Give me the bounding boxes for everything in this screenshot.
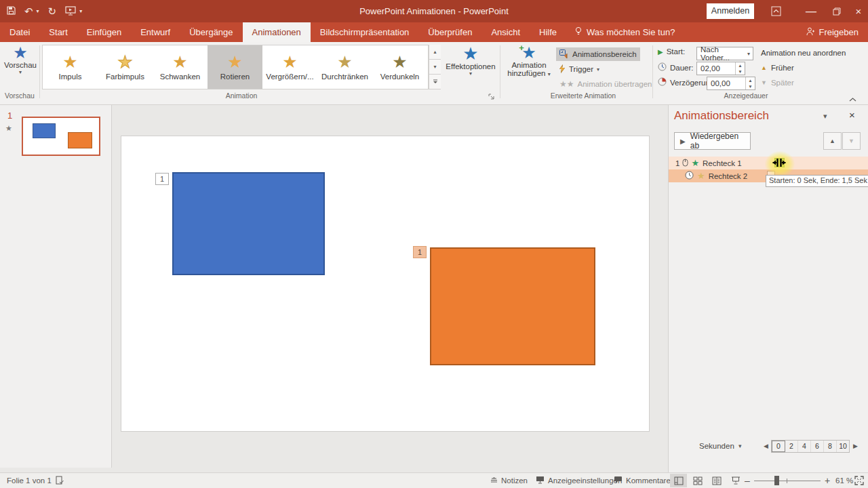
mouse-click-icon <box>682 159 688 168</box>
tell-me-box[interactable]: Was möchten Sie tun? <box>566 22 683 42</box>
animation-dialog-launcher-icon[interactable] <box>488 91 495 103</box>
zoom-level[interactable]: 61 % <box>835 473 853 488</box>
duration-value: 02,00 <box>697 64 735 73</box>
tab-ansicht[interactable]: Ansicht <box>481 22 530 42</box>
trigger-dropdown-icon: ▾ <box>597 66 599 73</box>
durchtraenken-star-icon: ★ <box>337 54 352 70</box>
share-button[interactable]: Freigeben <box>797 22 868 42</box>
move-up-button[interactable]: ▲ <box>823 132 842 150</box>
tab-hilfe[interactable]: Hilfe <box>530 22 566 42</box>
tab-entwurf[interactable]: Entwurf <box>131 22 180 42</box>
spellcheck-icon[interactable] <box>56 473 64 488</box>
blue-animation-badge[interactable]: 1 <box>155 173 169 185</box>
start-dropdown[interactable]: Nach Vorher... ▾ <box>696 47 753 60</box>
blue-rectangle-shape[interactable] <box>172 172 325 275</box>
copy-animation-stars-icon: ★★ <box>559 80 574 88</box>
effect-schwanken[interactable]: ★Schwanken <box>153 45 208 89</box>
powerpoint-window: ↶ ▾ ↻ ▾ PowerPoint Animationen - PowerPo… <box>0 0 868 488</box>
minimize-button[interactable]: — <box>800 0 822 22</box>
reading-view-button[interactable] <box>708 474 725 487</box>
effect-options-button[interactable]: ★ Effektoptionen ▾ <box>443 45 498 77</box>
status-bar: Folie 1 von 1 Notizen Anzeigeeinstellung… <box>0 472 868 488</box>
trigger-label: Trigger <box>569 65 593 73</box>
orange-animation-badge[interactable]: 1 <box>413 246 427 258</box>
group-separator <box>39 45 40 98</box>
scale-right-icon[interactable]: ▶ <box>853 443 858 449</box>
effect-vergroessern[interactable]: ★Vergrößern/... <box>262 45 317 89</box>
tab-datei[interactable]: Datei <box>0 22 39 42</box>
effect-verdunkeln[interactable]: ★Verdunkeln <box>372 45 427 89</box>
effect-durchtraenken[interactable]: ★Durchtränken <box>317 45 372 89</box>
duration-spin-buttons[interactable]: ▲▼ <box>735 62 745 75</box>
delay-spinner[interactable]: 00,00 ▲▼ <box>707 77 755 90</box>
row1-green-star-icon: ★ <box>691 159 699 167</box>
gallery-scroll-down-icon[interactable]: ▾ <box>429 60 441 75</box>
pane-menu-icon[interactable]: ▾ <box>823 112 827 121</box>
sign-in-button[interactable]: Anmelden <box>707 3 754 19</box>
seconds-dropdown-icon[interactable]: ▾ <box>738 443 742 449</box>
normal-view-button[interactable] <box>670 474 687 487</box>
scale-left-icon[interactable]: ◀ <box>764 443 768 449</box>
spin-down-icon: ▼ <box>746 83 755 89</box>
close-button[interactable]: × <box>848 0 868 22</box>
plus-icon: + <box>519 43 524 53</box>
effect-farbimpuls[interactable]: ★Farbimpuls <box>98 45 153 89</box>
collapse-ribbon-icon[interactable] <box>849 93 856 105</box>
effect-options-star-icon: ★ <box>462 45 478 62</box>
move-earlier-button[interactable]: ▲ Früher <box>761 64 794 72</box>
horizontal-resize-cursor-icon <box>772 157 787 171</box>
slide-canvas-area: 1 1 <box>112 105 668 472</box>
zoom-in-button[interactable]: + <box>825 473 830 488</box>
tab-animationen[interactable]: Animationen <box>243 22 311 42</box>
share-label: Freigeben <box>818 27 859 37</box>
ribbon-display-options-icon[interactable] <box>765 0 787 22</box>
slideshow-view-button[interactable] <box>727 474 744 487</box>
lightbulb-icon <box>574 26 583 38</box>
trigger-button[interactable]: Trigger ▾ <box>556 62 603 76</box>
slide-thumbnail[interactable] <box>22 117 100 156</box>
animation-pane-button[interactable]: Animationsbereich <box>556 47 640 61</box>
duration-spinner[interactable]: 02,00 ▲▼ <box>696 62 745 75</box>
restore-button[interactable] <box>826 0 848 22</box>
tab-bildschirmpraesentation[interactable]: Bildschirmpräsentation <box>311 22 419 42</box>
animation-indicator-star-icon[interactable]: ★ <box>5 124 12 133</box>
zoom-slider-thumb[interactable] <box>774 476 779 485</box>
effect-rotieren-selected[interactable]: ★Rotieren <box>208 45 262 89</box>
play-from-label: Wiedergeben ab <box>690 131 745 150</box>
seconds-label[interactable]: Sekunden <box>699 442 734 450</box>
preview-button[interactable]: ★ Vorschau ▾ <box>1 45 39 75</box>
scale-tick: 4 <box>798 441 811 452</box>
tab-ueberpruefen[interactable]: Überprüfen <box>418 22 481 42</box>
pane-close-icon[interactable]: × <box>849 109 855 121</box>
slide-number: 1 <box>7 110 12 121</box>
slide-sorter-view-button[interactable] <box>689 474 706 487</box>
slide[interactable]: 1 1 <box>121 136 650 432</box>
display-settings-button[interactable]: Anzeigeeinstellungen <box>536 473 622 488</box>
scale-tick: 8 <box>824 441 837 452</box>
delay-spin-buttons[interactable]: ▲▼ <box>745 77 755 89</box>
ribbon: ★ Vorschau ▾ Vorschau ★Impuls ★Farbimpul… <box>0 42 868 105</box>
effect-label: Impuls <box>59 73 82 81</box>
tab-start[interactable]: Start <box>39 22 77 42</box>
tell-me-label: Was möchten Sie tun? <box>587 27 675 37</box>
play-from-button[interactable]: ▶ Wiedergeben ab <box>674 132 751 150</box>
duration-label: Dauer: <box>670 64 694 72</box>
effect-impuls[interactable]: ★Impuls <box>43 45 98 89</box>
effect-options-label: Effektoptionen <box>446 62 495 70</box>
orange-rectangle-shape[interactable] <box>430 247 595 365</box>
row1-index: 1 <box>675 159 679 167</box>
impuls-star-icon: ★ <box>62 54 77 70</box>
notes-button[interactable]: Notizen <box>490 473 528 488</box>
animation-gallery: ★Impuls ★Farbimpuls ★Schwanken ★Rotieren… <box>42 45 429 89</box>
tab-uebergaenge[interactable]: Übergänge <box>180 22 242 42</box>
tab-einfuegen[interactable]: Einfügen <box>77 22 131 42</box>
effect-label: Farbimpuls <box>106 73 144 81</box>
fit-to-window-icon[interactable] <box>854 473 864 488</box>
zoom-slider-track[interactable] <box>754 481 821 481</box>
comments-button[interactable]: Kommentare <box>614 473 671 488</box>
gallery-more-icon[interactable] <box>429 75 441 89</box>
gallery-scroll-up-icon[interactable]: ▴ <box>429 45 441 60</box>
zoom-out-button[interactable]: – <box>745 473 750 488</box>
add-animation-button[interactable]: ★ + Animation hinzufügen ▾ <box>502 45 556 77</box>
seconds-scale[interactable]: 0 2 4 6 8 10 <box>771 440 850 453</box>
